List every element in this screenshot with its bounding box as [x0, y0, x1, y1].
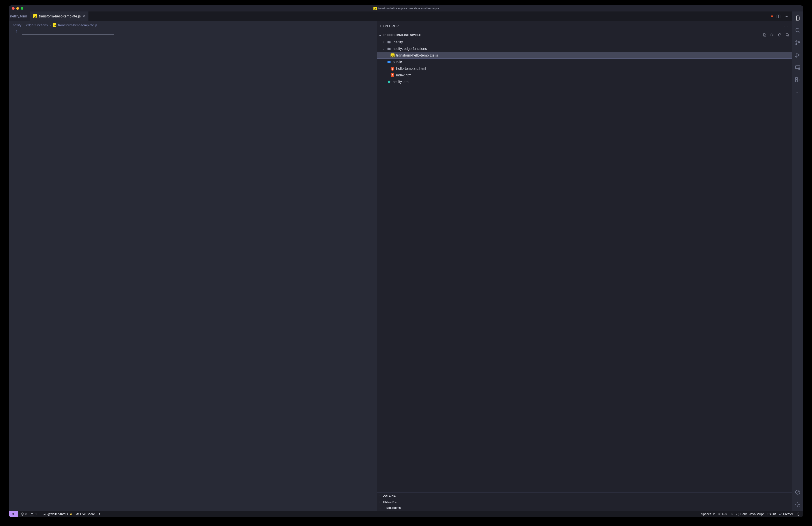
- svg-point-17: [795, 43, 797, 45]
- remote-status-button[interactable]: [9, 511, 18, 517]
- minimize-window-button[interactable]: [16, 7, 19, 10]
- tree-label: netlify.toml: [393, 80, 409, 84]
- tree-file-transform-hello-template[interactable]: JS transform-hello-template.js: [377, 52, 792, 59]
- breadcrumb[interactable]: netlify › edge-functions › JS transform-…: [9, 21, 377, 29]
- maximize-window-button[interactable]: [21, 7, 24, 10]
- activity-settings-icon[interactable]: [792, 500, 803, 509]
- timeline-section[interactable]: › TIMELINE: [377, 499, 792, 505]
- chevron-down-icon: ⌄: [379, 33, 382, 37]
- window-title: JS transform-hello-template.js — ef-pers…: [9, 6, 803, 10]
- editor-pane[interactable]: netlify › edge-functions › JS transform-…: [9, 21, 377, 511]
- svg-line-15: [799, 31, 800, 32]
- status-spaces[interactable]: Spaces: 2: [701, 512, 715, 516]
- window-title-text: transform-hello-template.js — ef-persona…: [378, 7, 439, 10]
- breadcrumb-segment[interactable]: netlify: [13, 23, 21, 27]
- live-share-label: Live Share: [80, 512, 95, 516]
- project-section-header[interactable]: ⌄ EF-PERSONALISE-SIMPLE: [377, 31, 792, 39]
- refresh-icon[interactable]: [777, 32, 782, 38]
- status-language[interactable]: { } Babel JavaScript: [736, 512, 764, 516]
- tree-folder-dotnetlify[interactable]: › .netlify: [377, 39, 792, 45]
- code-body[interactable]: [21, 29, 377, 511]
- activity-source-control-icon[interactable]: [792, 39, 803, 47]
- chevron-down-icon: ⌄: [382, 60, 385, 64]
- statusbar: 0 0 @whitep4nth3r Live Share: [9, 511, 803, 517]
- breadcrumb-segment[interactable]: edge-functions: [26, 23, 48, 27]
- explorer-more-icon[interactable]: [784, 24, 788, 28]
- tab-label: netlify.toml: [10, 14, 27, 18]
- status-target-icon[interactable]: [98, 513, 101, 516]
- svg-point-6: [784, 26, 785, 27]
- compare-icon[interactable]: [771, 14, 773, 19]
- svg-point-30: [797, 491, 798, 493]
- status-eol[interactable]: LF: [730, 512, 733, 516]
- activity-search-icon[interactable]: [792, 26, 803, 34]
- status-prettier[interactable]: Prettier: [779, 512, 793, 516]
- activity-remote-icon[interactable]: [792, 63, 803, 72]
- status-warnings[interactable]: 0: [30, 512, 37, 516]
- svg-rect-23: [795, 77, 797, 80]
- chevron-right-icon: ›: [23, 23, 24, 27]
- js-icon: JS: [33, 14, 37, 18]
- activity-extensions-icon[interactable]: [792, 75, 803, 84]
- breadcrumb-segment[interactable]: transform-hello-template.js: [58, 23, 98, 27]
- status-user[interactable]: @whitep4nth3r: [43, 512, 72, 516]
- activity-bar: [792, 12, 803, 511]
- tree-file-netlify-toml[interactable]: netlify.toml: [377, 79, 792, 85]
- explorer-section-actions: [762, 32, 790, 38]
- activity-account-icon[interactable]: [792, 488, 803, 496]
- activity-explorer-icon[interactable]: [792, 14, 803, 22]
- js-icon: JS: [373, 6, 377, 10]
- activity-active-indicator: [803, 13, 803, 22]
- tree-file-hello-template[interactable]: 5 hello-template.html: [377, 65, 792, 72]
- svg-point-26: [796, 91, 796, 92]
- svg-point-14: [796, 28, 799, 32]
- tab-transform-hello-template[interactable]: JS transform-hello-template.js ✕: [30, 12, 88, 21]
- tab-label: transform-hello-template.js: [39, 14, 81, 18]
- chevron-right-icon: ›: [50, 23, 51, 27]
- collapse-all-icon[interactable]: [785, 32, 790, 38]
- path-separator: /: [402, 47, 404, 51]
- svg-rect-24: [795, 80, 797, 82]
- more-actions-icon[interactable]: [784, 14, 789, 19]
- tree-label: hello-template.html: [396, 67, 426, 71]
- tabbar: netlify.toml JS transform-hello-template…: [9, 12, 792, 21]
- code-editor[interactable]: 1: [9, 29, 377, 511]
- tree-label: edge-functions: [404, 47, 427, 51]
- folder-icon: [387, 40, 391, 44]
- status-notifications-icon[interactable]: [796, 512, 800, 516]
- status-errors[interactable]: 0: [21, 512, 27, 516]
- tree-file-index-html[interactable]: 5 index.html: [377, 72, 792, 79]
- status-encoding[interactable]: UTF-8: [718, 512, 727, 516]
- file-tree: › .netlify ⌄ netlify/: [377, 39, 792, 493]
- svg-rect-38: [70, 514, 72, 515]
- tree-folder-public[interactable]: ⌄ public: [377, 59, 792, 65]
- tree-label: public: [393, 60, 402, 64]
- errors-count: 0: [25, 512, 27, 516]
- close-tab-button[interactable]: ✕: [83, 14, 85, 18]
- js-icon: JS: [391, 54, 394, 57]
- new-file-icon[interactable]: [762, 32, 767, 38]
- titlebar[interactable]: JS transform-hello-template.js — ef-pers…: [9, 5, 803, 12]
- cursor-line: [21, 30, 114, 35]
- tab-netlify-toml[interactable]: netlify.toml: [9, 12, 30, 21]
- close-window-button[interactable]: [12, 7, 15, 10]
- braces-icon: { }: [736, 512, 739, 516]
- svg-point-4: [786, 16, 787, 17]
- svg-rect-13: [786, 33, 788, 35]
- activity-run-debug-icon[interactable]: [792, 51, 803, 59]
- chevron-right-icon: ›: [382, 40, 385, 44]
- highlights-section[interactable]: › HIGHLIGHTS: [377, 505, 792, 511]
- status-live-share[interactable]: Live Share: [75, 512, 95, 516]
- tree-folder-netlify-edge-functions[interactable]: ⌄ netlify/edge-functions: [377, 45, 792, 52]
- split-editor-icon[interactable]: [776, 14, 781, 19]
- new-folder-icon[interactable]: [770, 32, 775, 38]
- svg-point-7: [786, 26, 786, 27]
- svg-point-37: [44, 513, 45, 514]
- svg-point-5: [787, 16, 788, 17]
- tabbar-actions: [768, 12, 792, 21]
- chevron-down-icon: ⌄: [382, 47, 385, 51]
- activity-more-icon[interactable]: [792, 88, 803, 96]
- status-eslint[interactable]: ESLint: [767, 512, 776, 516]
- html-icon: 5: [391, 67, 394, 71]
- outline-section[interactable]: › OUTLINE: [377, 493, 792, 499]
